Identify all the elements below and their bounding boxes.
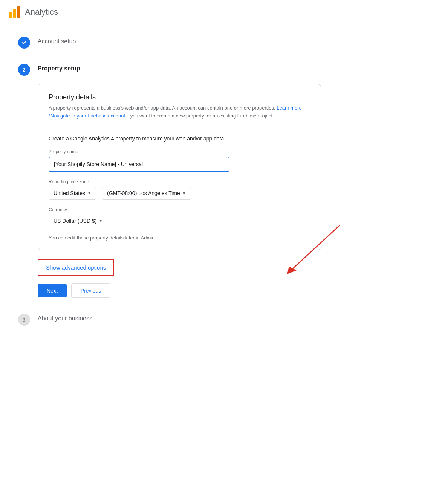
step-1-row: Account setup [18,37,321,64]
show-advanced-options-button[interactable]: Show advanced options [46,264,106,271]
buttons-row: Next Previous [38,283,321,298]
main-content: Account setup 2 Property setup Property … [0,24,339,346]
country-select[interactable]: United States ▼ [49,187,96,200]
step-2-circle: 2 [18,64,30,76]
property-name-input[interactable] [49,157,229,172]
previous-button[interactable]: Previous [71,283,110,298]
advanced-options-section: Show advanced options [38,259,114,276]
svg-marker-1 [287,267,297,274]
country-value: United States [54,190,85,196]
currency-chevron-icon: ▼ [99,219,102,223]
currency-value: US Dollar (USD $) [54,218,96,224]
step-3-label: About your business [38,315,321,322]
timezone-select[interactable]: (GMT-08:00) Los Angeles Time ▼ [102,187,191,200]
logo-bar-3 [17,6,20,18]
step-1-connector [24,49,24,64]
country-chevron-icon: ▼ [87,191,91,195]
step-1-indicator [18,37,30,64]
app-header: Analytics [0,0,448,24]
step-2-connector [24,76,24,302]
checkmark-icon [21,40,27,46]
step-2-indicator: 2 [18,64,30,302]
logo-bar-2 [13,9,16,18]
property-details-card: Property details A property represents a… [38,84,321,250]
timezone-value: (GMT-08:00) Los Angeles Time [107,190,180,196]
analytics-logo [9,6,20,18]
next-button[interactable]: Next [38,284,67,297]
property-name-label: Property name [49,149,310,154]
advanced-options-box: Show advanced options [38,259,114,276]
step-3-circle: 3 [18,314,30,326]
step-3-indicator: 3 [18,314,30,326]
step-3-row: 3 About your business [18,314,321,334]
step-2-number: 2 [23,67,26,73]
step-3-content: About your business [38,314,321,334]
card-description-text: A property represents a business's web a… [49,105,275,111]
step-2-row: 2 Property setup Property details A prop… [18,64,321,302]
firebase-note: if you want to create a new property for… [127,113,274,119]
timezone-label: Reporting time zone [49,179,310,184]
timezone-row: United States ▼ (GMT-08:00) Los Angeles … [49,187,310,200]
timezone-chevron-icon: ▼ [182,191,186,195]
app-title: Analytics [25,7,58,17]
step-2-label: Property setup [38,65,321,72]
admin-note: You can edit these property details late… [49,235,310,241]
card-description: A property represents a business's web a… [49,104,310,120]
section-description: Create a Google Analytics 4 property to … [49,136,310,142]
step-3-number: 3 [23,317,26,323]
card-divider-1 [38,128,321,128]
currency-select[interactable]: US Dollar (USD $) ▼ [49,215,107,227]
step-1-content: Account setup [38,37,321,57]
card-title: Property details [49,93,310,101]
currency-label: Currency [49,207,310,212]
step-1-label: Account setup [38,38,321,45]
logo-bar-1 [9,12,12,18]
step-2-content: Property setup Property details A proper… [38,64,321,298]
steps-container: Account setup 2 Property setup Property … [18,37,321,334]
currency-row: US Dollar (USD $) ▼ [49,215,310,227]
step-1-circle [18,37,30,49]
firebase-link[interactable]: *Navigate to your Firebase account [49,113,125,119]
annotation-wrapper: Show advanced options [38,259,321,276]
learn-more-link[interactable]: Learn more [277,105,301,111]
